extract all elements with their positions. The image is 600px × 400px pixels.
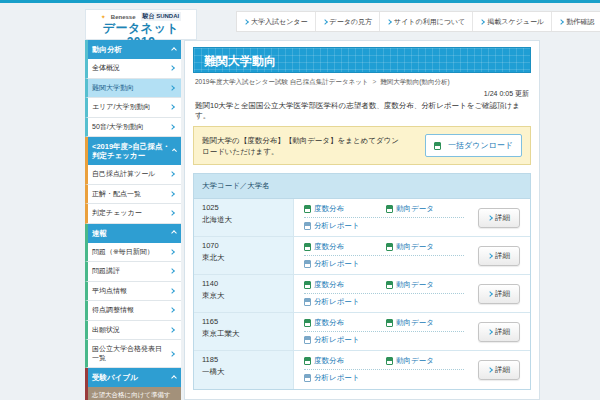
chevron-right-icon <box>169 191 175 197</box>
sidebar-item-label: 出願状況 <box>92 326 120 335</box>
sidebar-item[interactable]: 50音/大学別動向 <box>85 118 181 138</box>
chevron-right-icon <box>169 327 175 333</box>
chevron-right-icon <box>243 19 249 25</box>
detail-button[interactable]: 詳細 <box>478 208 520 228</box>
sidebar-item[interactable]: 難関大学動向 <box>85 79 181 99</box>
nav-item-2[interactable]: サイトの利用について <box>379 12 472 31</box>
trend-data-link[interactable]: 動向データ <box>386 242 434 252</box>
table-body: 1025北海道大度数分布動向データ分析レポート詳細1070東北大度数分布動向デー… <box>194 199 530 389</box>
section-title: 動向分析 <box>92 45 122 54</box>
freq-dist-link[interactable]: 度数分布 <box>304 356 386 366</box>
freq-dist-link-label: 度数分布 <box>314 356 344 366</box>
section-title: 受験バイブル <box>92 373 138 382</box>
chevron-right-icon <box>169 268 175 274</box>
trend-data-link[interactable]: 動向データ <box>386 280 434 290</box>
trend-data-link-label: 動向データ <box>396 280 434 290</box>
sidebar-subheader[interactable]: 志望大合格に向けて準備する <box>85 387 181 400</box>
sidebar-item[interactable]: 問題（※毎日新聞） <box>85 243 181 263</box>
university-code: 1140 <box>202 279 285 288</box>
freq-dist-link[interactable]: 度数分布 <box>304 204 386 214</box>
sidebar-item[interactable]: 出願状況 <box>85 321 181 341</box>
analysis-report-link-label: 分析レポート <box>314 297 360 307</box>
sidebar-item[interactable]: エリア/大学別動向 <box>85 98 181 118</box>
sidebar-section-header-3[interactable]: 受験バイブル <box>85 368 181 387</box>
detail-button[interactable]: 詳細 <box>478 360 520 380</box>
detail-button[interactable]: 詳細 <box>478 284 520 304</box>
sidebar-section-header-2[interactable]: 速報 <box>85 224 181 243</box>
sidebar-item[interactable]: 正解・配点一覧 <box>85 185 181 205</box>
nav-item-1[interactable]: データの見方 <box>315 12 380 31</box>
detail-button[interactable]: 詳細 <box>478 246 520 266</box>
analysis-report-link[interactable]: 分析レポート <box>304 221 360 231</box>
trend-data-link[interactable]: 動向データ <box>386 356 434 366</box>
section-title: 速報 <box>92 229 107 238</box>
excel-sheet-icon <box>434 142 441 150</box>
detail-button[interactable]: 詳細 <box>478 322 520 342</box>
detail-button-label: 詳細 <box>495 365 510 375</box>
analysis-report-link[interactable]: 分析レポート <box>304 373 360 383</box>
trend-data-link[interactable]: 動向データ <box>386 318 434 328</box>
table-row: 1185一橋大度数分布動向データ分析レポート詳細 <box>194 351 530 389</box>
university-code: 1165 <box>202 317 285 326</box>
sidebar-item-label: 正解・配点一覧 <box>92 190 141 199</box>
university-name: 東京工業大 <box>202 329 285 339</box>
sidebar-section-header-1[interactable]: <2019年度>自己採点・判定チェッカー <box>85 137 181 165</box>
nav-item-4[interactable]: 動作確認 <box>551 12 600 31</box>
sundai-logo: 駿台 SUNDAI <box>141 12 182 21</box>
sidebar: 動向分析全体概況難関大学動向エリア/大学別動向50音/大学別動向<2019年度>… <box>85 40 181 400</box>
sidebar-item-label: 問題講評 <box>92 267 120 276</box>
freq-dist-link[interactable]: 度数分布 <box>304 318 386 328</box>
bulk-download-text: 難関大学の【度数分布】【動向データ】をまとめてダウンロードいただけます。 <box>202 135 402 157</box>
report-doc-icon <box>304 374 311 382</box>
analysis-report-link[interactable]: 分析レポート <box>304 297 360 307</box>
sidebar-item[interactable]: 得点調整情報 <box>85 301 181 321</box>
nav-item-3[interactable]: 掲載スケジュール <box>472 12 551 31</box>
table-row: 1140東京大度数分布動向データ分析レポート詳細 <box>194 275 530 313</box>
chevron-right-icon <box>169 104 175 110</box>
table-row: 1025北海道大度数分布動向データ分析レポート詳細 <box>194 199 530 237</box>
university-cell: 1025北海道大 <box>194 199 294 236</box>
sidebar-section-header-0[interactable]: 動向分析 <box>85 40 181 59</box>
sidebar-item[interactable]: 全体概況 <box>85 59 181 79</box>
sidebar-item[interactable]: 自己採点計算ツール <box>85 165 181 185</box>
analysis-report-link-label: 分析レポート <box>314 221 360 231</box>
sidebar-item-label: 判定チェッカー <box>92 209 142 218</box>
nav-item-label: 掲載スケジュール <box>487 17 544 27</box>
breadcrumb-root[interactable]: 2019年度大学入試センター試験 自己採点集計データネット <box>195 78 369 85</box>
benesse-star-icon: ✦ <box>101 13 106 20</box>
analysis-report-link-label: 分析レポート <box>314 373 360 383</box>
chevron-right-icon <box>169 351 175 357</box>
sidebar-item[interactable]: 問題講評 <box>85 262 181 282</box>
analysis-report-link[interactable]: 分析レポート <box>304 335 360 345</box>
top-accent-line <box>0 0 600 3</box>
sidebar-item-label: 全体概況 <box>92 64 120 73</box>
sidebar-item[interactable]: 平均点情報 <box>85 282 181 302</box>
sidebar-item[interactable]: 判定チェッカー <box>85 204 181 224</box>
sidebar-item-label: 国公立大学合格発表日一覧 <box>92 345 168 362</box>
chevron-right-icon <box>169 307 175 313</box>
trend-data-link[interactable]: 動向データ <box>386 204 434 214</box>
bulk-download-label: 一括ダウンロード <box>448 140 513 151</box>
freq-dist-link[interactable]: 度数分布 <box>304 242 386 252</box>
bulk-download-button[interactable]: 一括ダウンロード <box>425 134 522 157</box>
nav-item-0[interactable]: 大学入試センター <box>237 12 315 31</box>
trend-data-link-label: 動向データ <box>396 204 434 214</box>
detail-button-label: 詳細 <box>495 251 510 261</box>
excel-sheet-icon <box>304 243 311 251</box>
benesse-logo: Benesse <box>111 14 136 20</box>
report-doc-icon <box>304 298 311 306</box>
sidebar-item[interactable]: 国公立大学合格発表日一覧 <box>85 340 181 368</box>
report-doc-icon <box>304 222 311 230</box>
freq-dist-link[interactable]: 度数分布 <box>304 280 386 290</box>
chevron-right-icon <box>169 65 175 71</box>
chevron-right-icon <box>322 19 328 25</box>
freq-dist-link-label: 度数分布 <box>314 318 344 328</box>
analysis-report-link[interactable]: 分析レポート <box>304 259 360 269</box>
chevron-right-icon <box>169 85 175 91</box>
bulk-download-box: 難関大学の【度数分布】【動向データ】をまとめてダウンロードいただけます。 一括ダ… <box>193 126 531 165</box>
chevron-right-icon <box>487 367 493 373</box>
nav-item-label: サイトの利用について <box>394 17 465 27</box>
chevron-right-icon <box>479 19 485 25</box>
university-code: 1185 <box>202 355 285 364</box>
site-logo[interactable]: ✦ Benesse 駿台 SUNDAI データネット2019 <box>85 9 197 40</box>
